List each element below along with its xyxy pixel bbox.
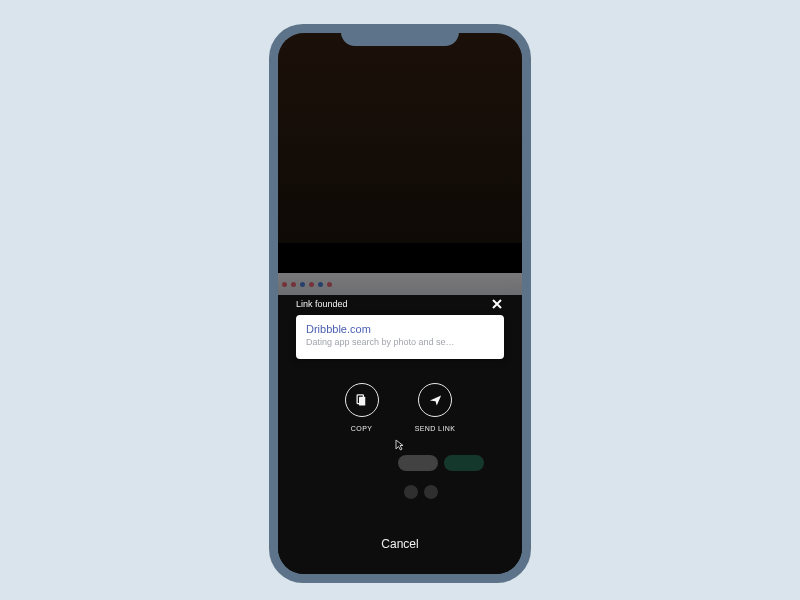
phone-screen: Link founded Dribbble.com Dating app sea…: [278, 33, 522, 574]
phone-frame: Link founded Dribbble.com Dating app sea…: [269, 24, 531, 583]
send-icon-circle: [418, 383, 452, 417]
copy-button[interactable]: COPY: [345, 383, 379, 432]
copy-icon-circle: [345, 383, 379, 417]
link-subtitle: Dating app search by photo and se…: [306, 336, 494, 348]
phone-notch: [341, 24, 459, 46]
link-title: Dribbble.com: [306, 322, 494, 336]
cancel-label: Cancel: [381, 537, 418, 551]
captured-browser-tabs: [278, 273, 522, 295]
action-row: COPY SEND LINK: [278, 383, 522, 453]
copy-icon: [354, 393, 369, 408]
send-icon: [428, 393, 443, 408]
close-icon: [491, 298, 503, 310]
cancel-button[interactable]: Cancel: [278, 532, 522, 556]
close-button[interactable]: [490, 297, 504, 311]
toast-text: Link founded: [296, 299, 348, 309]
send-link-button[interactable]: SEND LINK: [415, 383, 456, 432]
camera-backdrop-band: [278, 243, 522, 273]
link-preview-card[interactable]: Dribbble.com Dating app search by photo …: [296, 315, 504, 359]
copy-label: COPY: [351, 425, 373, 432]
toast-row: Link founded: [296, 296, 504, 312]
camera-backdrop-top: [278, 33, 522, 243]
send-link-label: SEND LINK: [415, 425, 456, 432]
